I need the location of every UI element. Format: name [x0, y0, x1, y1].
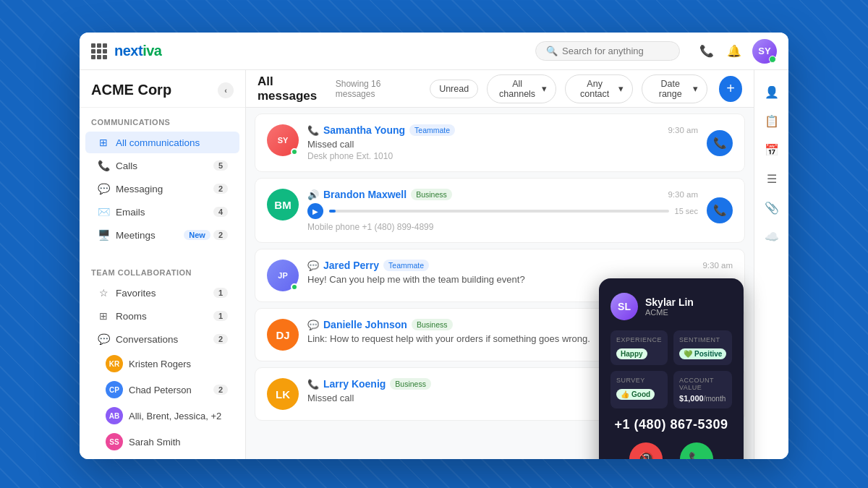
rooms-icon: ⊞ — [97, 310, 110, 322]
contact-badge: 2 — [213, 385, 228, 395]
contact-tag: Teammate — [383, 260, 429, 271]
sidebar-item-meetings[interactable]: 🖥️ Meetings New 2 — [85, 224, 239, 246]
calls-label: Calls — [116, 160, 213, 171]
channel-icon: 💬 — [307, 260, 319, 271]
msg-avatar: BM — [267, 189, 299, 221]
any-contact-button[interactable]: Any contact ▾ — [565, 74, 633, 103]
popup-actions: 📵 📞 — [610, 442, 732, 459]
survey-label: SURVEY — [616, 377, 662, 384]
chevron-down-icon: ▾ — [542, 83, 547, 94]
call-button[interactable]: 📞 — [707, 130, 733, 156]
message-body: 📞 Samantha Young Teammate 9:30 am Missed… — [307, 124, 698, 161]
contact-tag: Business — [390, 378, 431, 390]
avatar-initials: LK — [276, 388, 290, 401]
grid-menu-icon[interactable] — [91, 43, 107, 59]
contacts-rail-icon[interactable]: 👤 — [759, 79, 785, 105]
popup-contact-name: Skylar Lin — [645, 296, 694, 308]
messaging-label: Messaging — [116, 184, 213, 194]
messages-header: All messages Showing 16 messages Unread … — [246, 70, 754, 108]
sender-name: Larry Koenig — [323, 378, 386, 390]
collaboration-section-title: Team collaboration — [80, 258, 245, 281]
accept-button[interactable]: 📞 — [680, 442, 713, 459]
right-rail: 👤 📋 📅 ☰ 📎 ☁️ — [754, 70, 788, 459]
messaging-badge: 2 — [213, 184, 228, 194]
message-preview: Missed call — [307, 139, 698, 150]
sidebar-item-conversations[interactable]: 💬 Conversations 2 — [85, 328, 239, 350]
chevron-down-icon: ▾ — [693, 83, 698, 94]
all-channels-button[interactable]: All channels ▾ — [487, 74, 556, 103]
sidebar-item-emails[interactable]: ✉️ Emails 4 — [85, 201, 239, 223]
contact-avatar: AB — [106, 407, 123, 424]
sidebar-item-rooms[interactable]: ⊞ Rooms 1 — [85, 305, 239, 327]
voicemail-player: ▶ 15 sec — [307, 203, 698, 219]
collapse-button[interactable]: ‹ — [218, 82, 234, 98]
search-input[interactable] — [562, 46, 669, 56]
message-card[interactable]: BM 🔊 Brandon Maxwell Business 9:30 am ▶ — [255, 178, 745, 243]
contact-group[interactable]: AB Alli, Brent, Jessica, +2 — [85, 403, 239, 428]
date-range-button[interactable]: Date range ▾ — [642, 74, 707, 103]
progress-bar — [329, 210, 669, 213]
channel-icon: 🔊 — [307, 189, 319, 200]
message-time: 9:30 am — [702, 261, 733, 270]
cloud-rail-icon[interactable]: ☁️ — [759, 223, 785, 249]
meetings-new-badge: New — [184, 230, 210, 240]
survey-cell: SURVEY 👍 Good — [610, 371, 668, 408]
contact-avatar: KR — [106, 355, 123, 372]
sidebar-item-all-communications[interactable]: ⊞ All communications — [85, 132, 239, 153]
account-value: $1,000/month — [679, 394, 726, 403]
compose-button[interactable]: + — [719, 76, 742, 102]
message-time: 9:30 am — [668, 190, 698, 199]
sidebar-item-calls[interactable]: 📞 Calls 5 — [85, 155, 239, 176]
msg-avatar: DJ — [267, 319, 299, 351]
emails-icon: ✉️ — [97, 206, 110, 218]
contact-name: Kristen Rogers — [129, 359, 228, 369]
messaging-icon: 💬 — [97, 183, 110, 194]
search-bar[interactable]: 🔍 — [535, 41, 680, 61]
phone-icon[interactable]: 📞 — [694, 39, 719, 64]
date-range-label: Date range — [651, 79, 689, 99]
avatar-initials: BM — [274, 199, 291, 211]
account-value-label: ACCOUNT VALUE — [679, 377, 726, 391]
channel-icon: 📞 — [307, 125, 319, 136]
sidebar: ACME Corp ‹ Communications ⊞ All communi… — [80, 70, 246, 459]
popup-contact-info: Skylar Lin ACME — [645, 296, 694, 317]
user-avatar[interactable]: SY — [752, 39, 777, 64]
meetings-label: Meetings — [116, 230, 184, 241]
unread-label: Unread — [439, 84, 469, 94]
sidebar-item-messaging[interactable]: 💬 Messaging 2 — [85, 178, 239, 200]
contact-kristen-rogers[interactable]: KR Kristen Rogers — [85, 351, 239, 376]
notes-rail-icon[interactable]: 📋 — [759, 108, 785, 134]
company-name: ACME Corp — [91, 82, 171, 98]
online-indicator — [291, 148, 298, 155]
contact-sarah-smith[interactable]: SS Sarah Smith — [85, 429, 239, 454]
showing-count: Showing 16 messages — [336, 79, 412, 99]
contact-avatar: CP — [106, 381, 123, 398]
conversations-icon: 💬 — [97, 333, 110, 345]
contact-chad-peterson[interactable]: CP Chad Peterson 2 — [85, 377, 239, 402]
bell-icon[interactable]: 🔔 — [722, 39, 746, 64]
popup-avatar: SL — [610, 293, 638, 320]
message-card[interactable]: SY 📞 Samantha Young Teammate 9:30 am Mis… — [255, 114, 745, 172]
play-button[interactable]: ▶ — [307, 203, 323, 219]
decline-button[interactable]: 📵 — [629, 442, 663, 459]
channel-icon: 💬 — [307, 320, 319, 330]
sidebar-header: ACME Corp ‹ — [80, 70, 245, 108]
progress-fill — [329, 210, 336, 213]
any-contact-label: Any contact — [574, 79, 615, 99]
attachments-rail-icon[interactable]: 📎 — [759, 194, 785, 221]
message-time: 9:30 am — [668, 126, 698, 134]
experience-label: EXPERIENCE — [616, 336, 662, 343]
message-body: 🔊 Brandon Maxwell Business 9:30 am ▶ 15 … — [307, 189, 698, 232]
popup-phone-number: +1 (480) 867-5309 — [610, 417, 732, 432]
contact-name: Alli, Brent, Jessica, +2 — [129, 411, 228, 421]
contact-willi-williams[interactable]: WW Willi Williams — [85, 455, 239, 459]
sidebar-item-favorites[interactable]: ☆ Favorites 1 — [85, 282, 239, 304]
calendar-rail-icon[interactable]: 📅 — [759, 137, 785, 163]
all-comms-icon: ⊞ — [97, 137, 110, 148]
tasks-rail-icon[interactable]: ☰ — [759, 166, 785, 192]
popup-info-grid: EXPERIENCE Happy SENTIMENT 💚 Positive SU… — [610, 330, 732, 408]
duration: 15 sec — [675, 207, 698, 215]
sender-name: Samantha Young — [323, 124, 405, 136]
call-button[interactable]: 📞 — [707, 197, 733, 223]
unread-filter-button[interactable]: Unread — [430, 80, 478, 98]
